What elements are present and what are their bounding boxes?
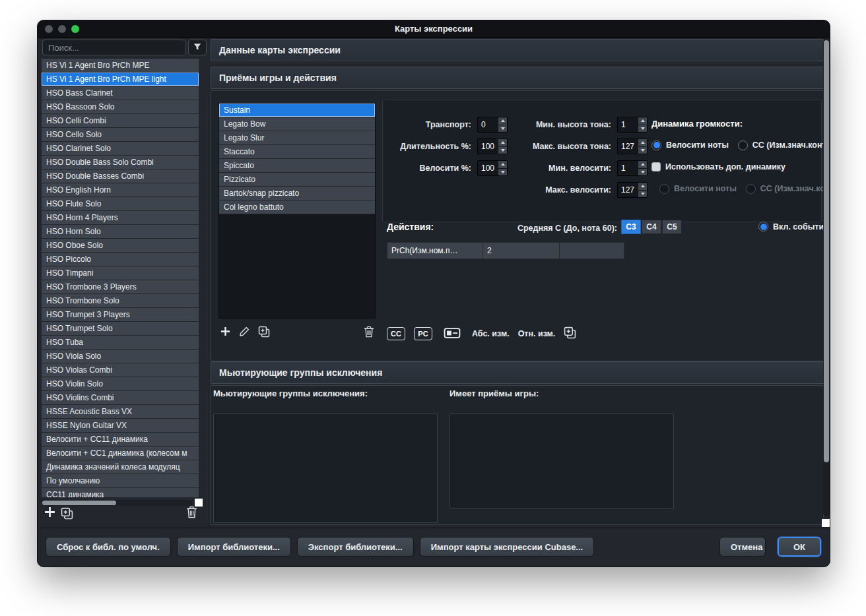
spin-down-icon[interactable]: [498, 125, 507, 133]
expression-map-item[interactable]: HSO Viola Solo: [42, 350, 199, 363]
technique-item[interactable]: Col legno battuto: [219, 200, 375, 214]
titlebar[interactable]: Карты экспрессии: [38, 20, 830, 38]
spin-up-icon[interactable]: [498, 161, 507, 169]
ok-button[interactable]: ОК: [778, 537, 821, 557]
expression-map-item[interactable]: Велосити + CC1 динамика (колесом м: [42, 447, 199, 460]
octave-button[interactable]: C4: [642, 220, 661, 234]
number-field[interactable]: 0: [477, 117, 508, 133]
expression-map-item[interactable]: HSO Trombone 3 Players: [42, 280, 199, 294]
cc-dynamics-radio[interactable]: [738, 140, 748, 150]
add-technique-button[interactable]: [220, 326, 230, 338]
expression-map-item[interactable]: HSO Trombone Solo: [42, 294, 199, 308]
add-map-button[interactable]: [43, 507, 56, 520]
footer-button[interactable]: Сброс к библ. по умолч.: [46, 537, 171, 557]
expression-map-item[interactable]: HSO Double Basses Combi: [42, 169, 199, 183]
expression-map-item[interactable]: HSO Violins Combi: [42, 391, 199, 405]
add-pc-action-button[interactable]: PC: [414, 327, 432, 340]
expression-map-item[interactable]: HSO Piccolo: [42, 253, 199, 266]
spin-down-icon[interactable]: [638, 125, 647, 133]
technique-item[interactable]: Spiccato: [219, 159, 375, 173]
spinner-control[interactable]: [638, 139, 647, 154]
technique-item[interactable]: Pizzicato: [219, 173, 375, 187]
main-vertical-scrollbar[interactable]: [823, 39, 830, 516]
spin-up-icon[interactable]: [498, 139, 507, 147]
map-list-horizontal-scrollbar[interactable]: [42, 500, 192, 506]
number-field[interactable]: 127: [617, 139, 648, 154]
expression-map-item[interactable]: HSO Oboe Solo: [42, 239, 199, 253]
expression-map-item[interactable]: HSO Double Bass Solo Combi: [42, 156, 199, 169]
section-header-techniques[interactable]: Приёмы игры и действия: [211, 67, 824, 89]
expression-map-item[interactable]: HSO Bass Clarinet: [42, 86, 199, 100]
has-techniques-listbox[interactable]: [450, 414, 674, 508]
secondary-note-velocity-radio[interactable]: [659, 184, 669, 194]
spin-down-icon[interactable]: [638, 169, 647, 176]
expression-map-item[interactable]: HSO Violin Solo: [42, 377, 199, 391]
cancel-button[interactable]: Отмена: [719, 537, 766, 557]
expression-map-item[interactable]: HSO Tuba: [42, 336, 199, 350]
spin-down-icon[interactable]: [498, 169, 507, 176]
spin-down-icon[interactable]: [638, 147, 647, 154]
spin-down-icon[interactable]: [638, 191, 647, 198]
absolute-change-button[interactable]: Абс. изм.: [472, 329, 510, 338]
spin-up-icon[interactable]: [638, 139, 647, 147]
technique-item[interactable]: Staccato: [219, 145, 375, 159]
technique-item[interactable]: Sustain: [219, 104, 375, 117]
expression-map-item[interactable]: HSO Cello Solo: [42, 128, 199, 142]
expression-map-item[interactable]: HSO Horn 4 Players: [42, 211, 199, 225]
expression-map-item[interactable]: HSO Timpani: [42, 266, 199, 280]
duplicate-technique-button[interactable]: [258, 326, 270, 340]
expression-map-item[interactable]: HSSE Acoustic Bass VX: [42, 405, 199, 419]
section-header-map-data[interactable]: Данные карты экспрессии: [211, 39, 824, 61]
number-field[interactable]: 100: [477, 139, 508, 154]
number-field[interactable]: 100: [477, 160, 508, 176]
expression-map-item[interactable]: HS Vi 1 Agent Bro PrCh MPE light: [42, 73, 199, 86]
spin-down-icon[interactable]: [498, 147, 507, 154]
zoom-window-button[interactable]: [71, 25, 79, 33]
spin-up-icon[interactable]: [498, 117, 507, 125]
number-field[interactable]: 1: [617, 117, 648, 133]
search-input[interactable]: [42, 40, 186, 55]
footer-button[interactable]: Экспорт библиотеки...: [297, 537, 414, 557]
expression-map-item[interactable]: HS Vi 1 Agent Bro PrCh MPE: [42, 59, 199, 73]
expression-map-item[interactable]: HSO Trumpet Solo: [42, 322, 199, 336]
expression-map-item[interactable]: CC11 динамика: [42, 488, 199, 497]
expression-map-item[interactable]: HSO Violas Combi: [42, 363, 199, 377]
spin-up-icon[interactable]: [638, 183, 647, 191]
minimize-window-button[interactable]: [58, 25, 66, 33]
mute-groups-listbox[interactable]: [213, 414, 438, 523]
spinner-control[interactable]: [638, 183, 647, 197]
octave-button[interactable]: C5: [662, 220, 682, 234]
expression-map-item[interactable]: HSO Trumpet 3 Players: [42, 308, 199, 322]
spinner-control[interactable]: [498, 139, 507, 154]
add-cc-action-button[interactable]: CC: [387, 327, 405, 340]
close-window-button[interactable]: [45, 25, 53, 33]
expression-map-item[interactable]: HSO Flute Solo: [42, 197, 199, 211]
expression-map-item[interactable]: HSO English Horn: [42, 183, 199, 197]
technique-item[interactable]: Legato Bow: [219, 117, 375, 131]
filter-button[interactable]: [188, 40, 207, 55]
events-on-radio[interactable]: [758, 222, 768, 231]
technique-item[interactable]: Legato Slur: [219, 131, 375, 145]
delete-technique-button[interactable]: [364, 326, 374, 340]
duplicate-action-button[interactable]: [564, 326, 576, 341]
expression-map-item[interactable]: HSO Clarinet Solo: [42, 142, 199, 156]
spinner-control[interactable]: [638, 117, 647, 132]
spinner-control[interactable]: [498, 117, 507, 132]
number-field[interactable]: 127: [617, 182, 648, 198]
spin-up-icon[interactable]: [638, 161, 647, 169]
expression-map-item[interactable]: Динамика значений колеса модуляц: [42, 460, 199, 474]
footer-button[interactable]: Импорт библиотеки...: [177, 537, 291, 557]
spinner-control[interactable]: [638, 161, 647, 175]
use-secondary-dynamics-checkbox[interactable]: [651, 162, 661, 171]
note-length-action-button[interactable]: [441, 327, 463, 340]
delete-map-button[interactable]: [185, 506, 197, 520]
secondary-cc-dynamics-radio[interactable]: [746, 184, 756, 194]
note-velocity-radio[interactable]: [651, 140, 661, 150]
number-field[interactable]: 1: [617, 160, 648, 176]
edit-technique-button[interactable]: [239, 326, 250, 339]
spinner-control[interactable]: [498, 161, 507, 175]
expression-map-item[interactable]: Велосити + CC11 динамика: [42, 433, 199, 447]
map-list-hscroll-thumb[interactable]: [42, 501, 116, 505]
action-value-cell[interactable]: 2: [483, 242, 560, 259]
relative-change-button[interactable]: Отн. изм.: [518, 329, 556, 338]
